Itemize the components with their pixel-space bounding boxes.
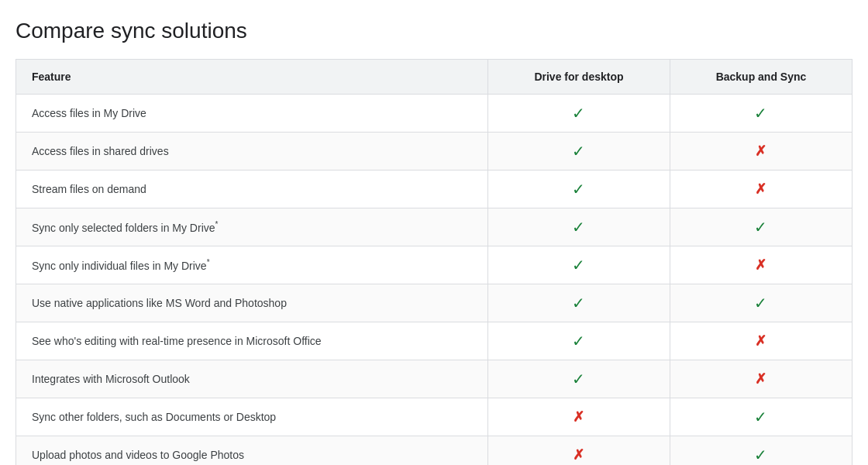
header-row: Feature Drive for desktop Backup and Syn… (16, 60, 852, 95)
cell-drive-desktop: ✓ (487, 208, 670, 246)
table-row: Access files in shared drives✓✗ (16, 133, 852, 170)
cell-drive-desktop: ✓ (487, 133, 670, 170)
cell-backup-sync: ✓ (670, 284, 852, 322)
col-header-backup-sync: Backup and Sync (670, 60, 852, 95)
table-row: Use native applications like MS Word and… (16, 284, 852, 322)
cell-feature: Sync other folders, such as Documents or… (16, 398, 488, 436)
cell-feature: Access files in shared drives (16, 133, 488, 170)
col-header-drive-desktop: Drive for desktop (487, 60, 670, 95)
table-row: Integrates with Microsoft Outlook✓✗ (16, 360, 852, 398)
cell-backup-sync: ✗ (670, 133, 852, 170)
table-body: Access files in My Drive✓✓Access files i… (16, 95, 852, 466)
table-row: Sync other folders, such as Documents or… (16, 398, 852, 436)
table-row: Sync only selected folders in My Drive*✓… (16, 208, 852, 246)
cell-drive-desktop: ✓ (487, 322, 670, 360)
cell-feature: Sync only individual files in My Drive* (16, 246, 488, 284)
cell-backup-sync: ✗ (670, 322, 852, 360)
cell-drive-desktop: ✓ (487, 246, 670, 284)
cell-feature: Upload photos and videos to Google Photo… (16, 436, 488, 466)
cell-backup-sync: ✓ (670, 208, 852, 246)
cell-feature: See who's editing with real-time presenc… (16, 322, 488, 360)
cell-drive-desktop: ✓ (487, 170, 670, 208)
table-row: Stream files on demand✓✗ (16, 170, 852, 208)
table-row: See who's editing with real-time presenc… (16, 322, 852, 360)
cell-backup-sync: ✓ (670, 436, 852, 466)
cell-feature: Use native applications like MS Word and… (16, 284, 488, 322)
cell-drive-desktop: ✓ (487, 360, 670, 398)
table-row: Upload photos and videos to Google Photo… (16, 436, 852, 466)
cell-backup-sync: ✗ (670, 246, 852, 284)
cell-backup-sync: ✗ (670, 360, 852, 398)
cell-drive-desktop: ✓ (487, 284, 670, 322)
col-header-feature: Feature (16, 60, 488, 95)
cell-feature: Access files in My Drive (16, 95, 488, 133)
table-row: Access files in My Drive✓✓ (16, 95, 852, 133)
page-title: Compare sync solutions (16, 19, 852, 43)
table-row: Sync only individual files in My Drive*✓… (16, 246, 852, 284)
cell-drive-desktop: ✗ (487, 398, 670, 436)
comparison-table: Feature Drive for desktop Backup and Syn… (16, 59, 852, 465)
cell-drive-desktop: ✗ (487, 436, 670, 466)
cell-feature: Integrates with Microsoft Outlook (16, 360, 488, 398)
cell-backup-sync: ✓ (670, 398, 852, 436)
cell-feature: Sync only selected folders in My Drive* (16, 208, 488, 246)
cell-feature: Stream files on demand (16, 170, 488, 208)
table-header: Feature Drive for desktop Backup and Syn… (16, 60, 852, 95)
cell-backup-sync: ✓ (670, 95, 852, 133)
cell-backup-sync: ✗ (670, 170, 852, 208)
cell-drive-desktop: ✓ (487, 95, 670, 133)
